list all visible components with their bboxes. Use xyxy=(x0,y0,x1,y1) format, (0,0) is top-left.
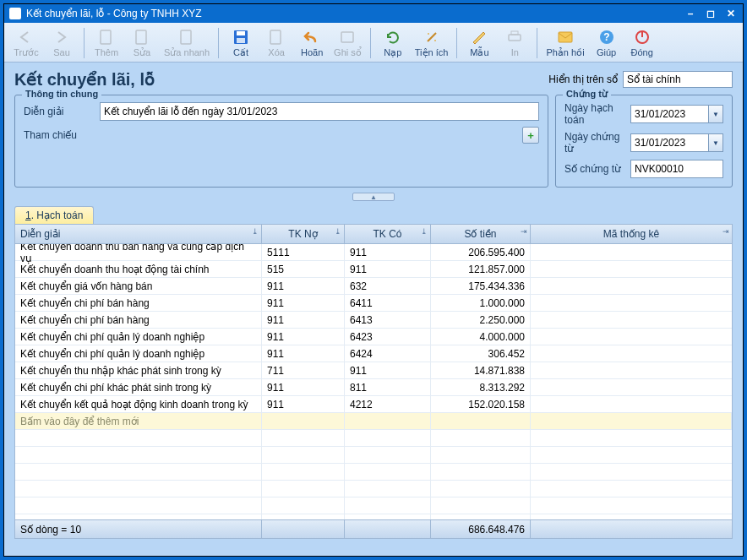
col-credit[interactable]: TK Có⤓ xyxy=(345,225,431,243)
next-button[interactable]: Sau xyxy=(45,26,79,60)
cell-stat xyxy=(531,295,732,311)
cell-stat xyxy=(531,396,732,412)
description-label: Diễn giải xyxy=(24,106,100,117)
cell-description: Kết chuyển kết quả hoạt động kinh doanh … xyxy=(15,396,262,412)
floppy-icon xyxy=(232,28,250,46)
cell-debit: 911 xyxy=(262,396,345,412)
cell-debit: 911 xyxy=(262,312,345,328)
posting-date-input[interactable] xyxy=(630,105,708,123)
save-button[interactable]: Cất xyxy=(224,26,258,60)
cell-description: Kết chuyển chi phí quản lý doanh nghiệp xyxy=(15,329,262,345)
empty-row xyxy=(15,481,732,497)
utility-button[interactable]: Tiện ích xyxy=(412,26,452,60)
quick-edit-button[interactable]: Sửa nhanh xyxy=(161,26,213,60)
cell-stat xyxy=(531,312,732,328)
print-button[interactable]: In xyxy=(498,26,532,60)
empty-row xyxy=(15,497,732,514)
table-row[interactable]: Kết chuyển kết quả hoạt động kinh doanh … xyxy=(15,396,732,413)
posting-date-label: Ngày hạch toán xyxy=(564,102,630,126)
cell-debit: 5111 xyxy=(262,244,345,260)
maximize-button[interactable]: ◻ xyxy=(704,8,717,19)
svg-rect-12 xyxy=(559,32,572,42)
cell-credit: 4212 xyxy=(345,396,431,412)
toolbar: Trước Sau Thêm Sửa Sửa nhanh Cất Xóa Hoã… xyxy=(4,23,743,63)
cell-amount: 152.020.158 xyxy=(431,396,531,412)
table-row[interactable]: Kết chuyển chi phí quản lý doanh nghiệp9… xyxy=(15,329,732,345)
table-row[interactable]: Kết chuyển doanh thu bán hàng và cung cấ… xyxy=(15,244,732,261)
grid-body[interactable]: Kết chuyển doanh thu bán hàng và cung cấ… xyxy=(15,244,732,519)
cell-debit: 911 xyxy=(262,379,345,395)
undo-button[interactable]: Hoãn xyxy=(295,26,329,60)
reload-button[interactable]: Nạp xyxy=(376,26,410,60)
cell-description: Kết chuyển doanh thu bán hàng và cung cấ… xyxy=(15,244,262,260)
template-button[interactable]: Mẫu xyxy=(462,26,496,60)
table-row[interactable]: Kết chuyển chi phí khác phát sinh trong … xyxy=(15,379,732,396)
prev-button[interactable]: Trước xyxy=(9,26,43,60)
cell-description: Kết chuyển chi phí bán hàng xyxy=(15,312,262,328)
page-title: Kết chuyển lãi, lỗ xyxy=(14,69,548,90)
cell-stat xyxy=(531,379,732,395)
col-amount[interactable]: Số tiền⇥ xyxy=(431,225,531,243)
voucher-date-dropdown[interactable]: ▼ xyxy=(708,133,723,152)
display-on-value xyxy=(623,71,733,88)
posting-date-dropdown[interactable]: ▼ xyxy=(708,105,723,123)
display-on-label: Hiển thị trên sổ xyxy=(548,73,618,85)
close-window-button[interactable]: ✕ xyxy=(724,8,738,19)
edit-button[interactable]: Sửa xyxy=(125,26,159,60)
svg-point-9 xyxy=(434,40,436,41)
description-input[interactable] xyxy=(100,102,539,121)
arrow-left-icon xyxy=(17,28,35,46)
ruler-icon xyxy=(470,28,488,46)
col-stat[interactable]: Mã thống kê⇥ xyxy=(531,225,732,243)
empty-row xyxy=(15,514,732,519)
pin-icon: ⤓ xyxy=(335,227,341,236)
col-description[interactable]: Diễn giải⤓ xyxy=(15,225,262,243)
cell-description: Kết chuyển thu nhập khác phát sinh trong… xyxy=(15,362,262,378)
cell-amount: 121.857.000 xyxy=(431,261,531,277)
undo-icon xyxy=(303,28,321,46)
new-row[interactable]: Bấm vào đây để thêm mới xyxy=(15,413,732,430)
doc-flash-icon xyxy=(177,28,196,46)
minimize-button[interactable]: – xyxy=(684,8,697,19)
reference-label: Tham chiếu xyxy=(24,129,100,141)
book-icon xyxy=(338,28,357,46)
cell-credit: 911 xyxy=(345,244,431,260)
table-row[interactable]: Kết chuyển giá vốn hàng bán911632175.434… xyxy=(15,278,732,295)
doc-plus-icon xyxy=(97,28,116,46)
delete-button[interactable]: Xóa xyxy=(259,26,293,60)
col-debit[interactable]: TK Nợ⤓ xyxy=(262,225,345,243)
svg-rect-1 xyxy=(136,30,146,44)
cell-amount: 4.000.000 xyxy=(431,329,531,345)
cell-credit: 811 xyxy=(345,379,431,395)
voucher-date-input[interactable] xyxy=(630,133,708,152)
cell-debit: 911 xyxy=(262,295,345,311)
add-button[interactable]: Thêm xyxy=(90,26,123,60)
cell-stat xyxy=(531,362,732,378)
mail-icon xyxy=(556,28,575,46)
table-row[interactable]: Kết chuyển chi phí bán hàng91164111.000.… xyxy=(15,295,732,312)
table-row[interactable]: Kết chuyển doanh thu hoạt động tài chính… xyxy=(15,261,732,278)
add-reference-button[interactable]: + xyxy=(522,127,539,144)
power-icon xyxy=(633,28,652,46)
cell-stat xyxy=(531,345,732,362)
pin-icon: ⤓ xyxy=(252,227,259,236)
close-button[interactable]: Đóng xyxy=(625,26,659,60)
collapse-handle[interactable]: ▲ xyxy=(352,193,395,201)
refresh-icon xyxy=(384,28,402,46)
help-button[interactable]: ?Giúp xyxy=(590,26,624,60)
voucher-no-input[interactable] xyxy=(630,160,723,178)
table-row[interactable]: Kết chuyển chi phí quản lý doanh nghiệp9… xyxy=(15,345,732,362)
cell-description: Kết chuyển chi phí khác phát sinh trong … xyxy=(15,379,262,395)
accounting-grid: Diễn giải⤓ TK Nợ⤓ TK Có⤓ Số tiền⇥ Mã thố… xyxy=(14,224,733,539)
table-row[interactable]: Kết chuyển chi phí bán hàng91164132.250.… xyxy=(15,312,732,329)
post-button[interactable]: Ghi sổ xyxy=(330,26,365,60)
pin-icon: ⇥ xyxy=(521,227,527,236)
cell-amount: 1.000.000 xyxy=(431,295,531,311)
voucher-legend: Chứng từ xyxy=(563,89,611,100)
tab-accounting[interactable]: 1. Hạch toán xyxy=(14,206,94,224)
feedback-button[interactable]: Phản hồi xyxy=(543,26,587,60)
cell-debit: 911 xyxy=(262,329,345,345)
voucher-fieldset: Chứng từ Ngày hạch toán ▼ Ngày chứng từ … xyxy=(555,95,733,188)
row-count: Số dòng = 10 xyxy=(15,520,262,538)
table-row[interactable]: Kết chuyển thu nhập khác phát sinh trong… xyxy=(15,362,732,379)
